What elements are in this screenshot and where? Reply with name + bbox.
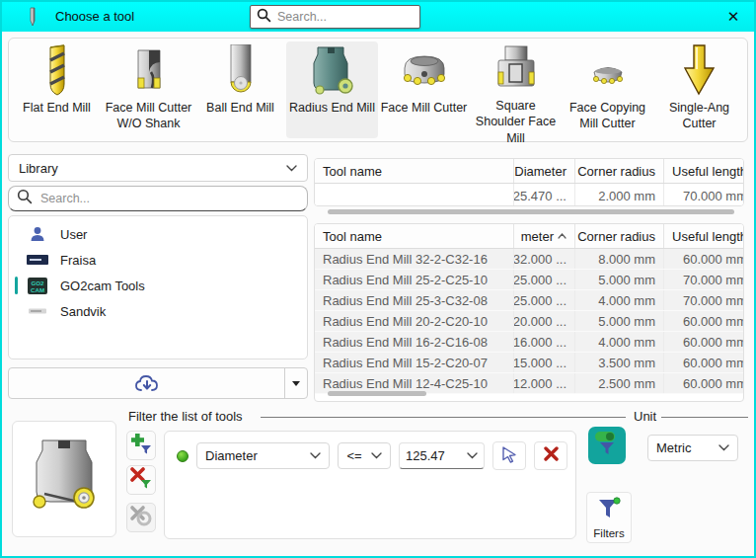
cell-diameter: 20.000 ...: [514, 311, 575, 331]
column-header-tool-name[interactable]: Tool name: [315, 224, 514, 248]
cell-useful-length: 70.000 mm: [664, 290, 743, 310]
library-item-go2cam-tools[interactable]: GO2 CAM GO2cam Tools: [9, 273, 307, 298]
chevron-down-icon: [718, 444, 729, 451]
tool-type-single-angle-cutter[interactable]: Single-Ang Cutter: [653, 41, 745, 138]
unit-value: Metric: [656, 440, 691, 455]
cell-diameter: 12.000 ...: [514, 373, 575, 393]
library-list: User Fraisa GO2 CAM GO2cam Tools: [8, 215, 308, 359]
column-header-useful-length[interactable]: Useful length: [664, 159, 743, 183]
tool-type-face-mill-cutter[interactable]: Face Mill Cutter: [378, 41, 470, 138]
library-name: Fraisa: [60, 253, 96, 268]
filter-row: Diameter <=: [165, 432, 575, 470]
cell-useful-length: 70.000 mm: [664, 270, 743, 289]
dropdown-arrow-icon: [292, 381, 300, 386]
clear-filter-icon: [129, 504, 153, 531]
filter-operator-dropdown[interactable]: <=: [338, 442, 391, 469]
column-header-diameter[interactable]: meter: [514, 224, 575, 248]
chevron-down-icon: [371, 452, 382, 459]
cell-tool-name: Radius End Mill 12-4-C25-10: [315, 373, 514, 393]
cell-diameter: 125.470 ...: [514, 184, 575, 206]
cell-useful-length: 70.000 mm: [664, 184, 743, 206]
tool-type-label: Square Shoulder Face Mill: [470, 98, 562, 146]
tools-table-header: Tool name meter Corner radius Useful len…: [315, 224, 743, 249]
add-filter-icon: [130, 433, 152, 458]
filter-operator-value: <=: [346, 448, 361, 463]
tool-type-face-mill-wo-shank[interactable]: Face Mill Cutter W/O Shank: [103, 41, 194, 138]
download-options-arrow[interactable]: [285, 368, 307, 398]
clear-filter-button-disabled[interactable]: [126, 503, 156, 532]
tool-type-square-shoulder-face-mill[interactable]: Square Shoulder Face Mill: [470, 41, 562, 138]
filter-value-input[interactable]: [406, 448, 463, 463]
title-search-box[interactable]: [250, 5, 420, 29]
svg-text:GO2: GO2: [31, 279, 44, 285]
tool-type-panel: Flat End Mill Face Mill Cutter W/O Shank: [8, 38, 748, 142]
delete-filter-row-button[interactable]: [534, 441, 567, 470]
cloud-download-icon: [9, 368, 285, 398]
library-search-box[interactable]: [8, 186, 308, 211]
cell-diameter: 16.000 ...: [514, 332, 575, 352]
library-dropdown[interactable]: Library: [8, 154, 308, 182]
tool-row[interactable]: Radius End Mill 25-2-C25-10 25.000 ... 5…: [315, 270, 743, 290]
chevron-down-icon: [286, 165, 297, 172]
library-item-fraisa[interactable]: Fraisa: [9, 247, 307, 273]
filters-funnel-icon: [596, 497, 622, 526]
library-item-user[interactable]: User: [9, 221, 307, 247]
filters-button-label: Filters: [593, 527, 624, 539]
cell-tool-name: Radius End Mill 32-2-C32-16: [315, 249, 514, 269]
close-button[interactable]: ✕: [722, 6, 744, 28]
cell-tool-name: Radius End Mill 16-2-C16-08: [315, 332, 514, 352]
download-library-button[interactable]: [8, 367, 308, 399]
cell-useful-length: 60.000 mm: [664, 353, 743, 372]
column-header-diameter[interactable]: Diameter: [514, 159, 575, 183]
fraisa-logo-icon: [27, 251, 48, 269]
selection-bar: [15, 277, 18, 294]
pick-value-button[interactable]: [492, 441, 526, 470]
tool-row[interactable]: Radius End Mill 20-2-C20-10 20.000 ... 5…: [315, 311, 743, 332]
filter-value-combobox[interactable]: [399, 442, 485, 469]
title-search-input[interactable]: [277, 10, 414, 24]
cell-corner-radius: 2.500 mm: [575, 373, 664, 393]
tool-type-ball-end-mill[interactable]: Ball End Mill: [194, 41, 286, 138]
cell-corner-radius: 5.000 mm: [575, 311, 664, 331]
tool-type-label: Ball End Mill: [204, 100, 276, 116]
filter-active-led: [177, 450, 189, 462]
library-name: Sandvik: [60, 304, 106, 319]
remove-filter-button[interactable]: [126, 465, 156, 495]
filter-field-dropdown[interactable]: Diameter: [196, 442, 330, 469]
tool-type-flat-end-mill[interactable]: Flat End Mill: [11, 41, 103, 138]
tools-table: Tool name meter Corner radius Useful len…: [314, 223, 744, 402]
selected-tool-row[interactable]: 125.470 ... 2.000 mm 70.000 mm: [315, 184, 743, 206]
library-search-input[interactable]: [40, 192, 299, 205]
tool-row[interactable]: Radius End Mill 25-3-C32-08 25.000 ... 4…: [315, 290, 743, 311]
column-header-corner-radius[interactable]: Corner radius: [575, 159, 664, 183]
library-item-sandvik[interactable]: Sandvik: [9, 298, 307, 324]
cell-tool-name: Radius End Mill 15-2-C20-07: [315, 353, 514, 372]
cell-diameter: 15.000 ...: [514, 353, 575, 372]
unit-group-line: [661, 417, 748, 418]
unit-dropdown[interactable]: Metric: [647, 435, 738, 461]
tool-row[interactable]: Radius End Mill 32-2-C32-16 32.000 ... 8…: [315, 249, 743, 270]
selected-tool-table-hscrollbar[interactable]: [328, 209, 734, 214]
unit-group-label: Unit: [634, 409, 656, 424]
tool-type-radius-end-mill[interactable]: Radius End Mill: [286, 41, 378, 138]
search-icon: [257, 8, 271, 27]
cell-diameter: 32.000 ...: [514, 249, 575, 269]
tool-row[interactable]: Radius End Mill 15-2-C20-07 15.000 ... 3…: [315, 353, 743, 373]
tool-type-face-copying-mill-cutter[interactable]: Face Copying Mill Cutter: [562, 41, 653, 138]
titlebar: Choose a tool ✕: [2, 2, 754, 32]
face-copying-mill-cutter-icon: [582, 44, 634, 100]
filter-list-panel: Diameter <=: [164, 431, 576, 539]
tools-table-hscrollbar[interactable]: [328, 391, 426, 396]
add-filter-button[interactable]: [126, 431, 156, 460]
single-angle-cutter-icon: [676, 44, 723, 100]
selected-tool-table: Tool name Diameter Corner radius Useful …: [314, 158, 744, 206]
enable-filters-toggle-button[interactable]: [588, 427, 626, 464]
column-header-tool-name[interactable]: Tool name: [315, 159, 514, 183]
column-header-corner-radius[interactable]: Corner radius: [575, 224, 664, 248]
tool-row[interactable]: Radius End Mill 16-2-C16-08 16.000 ... 4…: [315, 332, 743, 353]
filters-button[interactable]: Filters: [586, 492, 632, 543]
column-header-useful-length[interactable]: Useful length: [664, 224, 743, 248]
tool-type-label: Face Mill Cutter: [379, 100, 470, 116]
user-icon: [27, 225, 48, 243]
selected-tool-table-header: Tool name Diameter Corner radius Useful …: [315, 159, 743, 184]
